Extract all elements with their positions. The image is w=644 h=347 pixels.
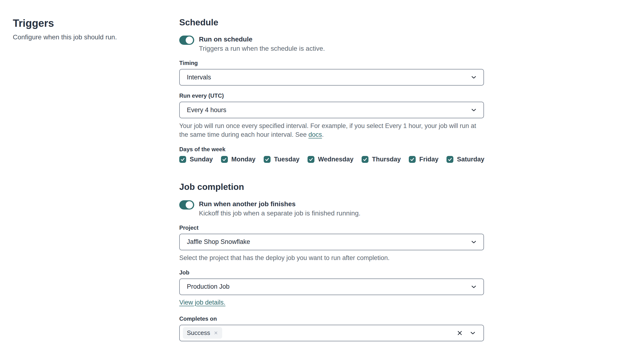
- run-on-schedule-toggle[interactable]: [179, 35, 194, 45]
- day-checkbox-sunday[interactable]: Sunday: [179, 156, 213, 163]
- run-every-help: Your job will run once every specified i…: [179, 122, 484, 139]
- run-when-job-finishes-label: Run when another job finishes: [199, 200, 360, 208]
- toggle-text: Run on schedule Triggers a run when the …: [199, 35, 325, 53]
- project-help: Select the project that has the deploy j…: [179, 254, 484, 262]
- view-job-details-link[interactable]: View job details.: [179, 299, 226, 306]
- run-on-schedule-description: Triggers a run when the schedule is acti…: [199, 44, 325, 53]
- days-of-week-label: Days of the week: [179, 146, 484, 153]
- schedule-heading: Schedule: [179, 17, 484, 28]
- chevron-down-icon: [470, 74, 477, 81]
- run-when-job-finishes-description: Kickoff this job when a separate job is …: [199, 209, 360, 218]
- day-checkbox-friday[interactable]: Friday: [409, 156, 438, 163]
- completes-on-label: Completes on: [179, 315, 484, 322]
- day-checkbox-tuesday[interactable]: Tuesday: [264, 156, 300, 163]
- chevron-down-icon: [470, 283, 477, 290]
- timing-label: Timing: [179, 59, 484, 67]
- job-completion-heading: Job completion: [179, 182, 484, 192]
- help-suffix: .: [322, 131, 324, 138]
- project-value: Jaffle Shop Snowflake: [187, 238, 250, 246]
- checkbox-checked-icon: [409, 156, 416, 163]
- chevron-down-icon: [470, 238, 477, 246]
- run-on-schedule-row: Run on schedule Triggers a run when the …: [179, 35, 484, 53]
- run-every-select[interactable]: Every 4 hours: [179, 102, 484, 118]
- run-on-schedule-label: Run on schedule: [199, 35, 325, 44]
- checkbox-checked-icon: [221, 156, 228, 163]
- day-checkbox-monday[interactable]: Monday: [221, 156, 256, 163]
- project-label: Project: [179, 224, 484, 231]
- day-label: Sunday: [190, 156, 213, 163]
- completes-on-multiselect[interactable]: Success: [179, 325, 484, 341]
- page-description: Configure when this job should run.: [13, 33, 160, 41]
- day-label: Saturday: [457, 156, 484, 163]
- checkbox-checked-icon: [308, 156, 314, 163]
- checkbox-checked-icon: [362, 156, 368, 163]
- day-checkbox-saturday[interactable]: Saturday: [446, 156, 484, 163]
- chevron-down-icon: [470, 106, 477, 113]
- help-text: Your job will run once every specified i…: [179, 122, 476, 138]
- toggle-text: Run when another job finishes Kickoff th…: [199, 200, 360, 218]
- run-when-job-finishes-toggle[interactable]: [179, 200, 194, 210]
- remove-tag-icon[interactable]: [214, 331, 218, 335]
- timing-value: Intervals: [187, 74, 211, 81]
- tag-label: Success: [187, 329, 210, 337]
- run-every-value: Every 4 hours: [187, 106, 226, 114]
- section-intro: Triggers Configure when this job should …: [13, 17, 160, 41]
- form-column: Schedule Run on schedule Triggers a run …: [179, 17, 484, 341]
- day-checkbox-thursday[interactable]: Thursday: [362, 156, 401, 163]
- day-label: Friday: [419, 156, 438, 163]
- day-label: Tuesday: [274, 156, 300, 163]
- completes-on-tag-success: Success: [183, 327, 222, 339]
- chevron-down-icon[interactable]: [469, 330, 476, 337]
- job-label: Job: [179, 269, 484, 276]
- toggle-knob: [186, 36, 193, 44]
- day-checkbox-wednesday[interactable]: Wednesday: [308, 156, 354, 163]
- checkbox-checked-icon: [446, 156, 453, 163]
- docs-link[interactable]: docs: [308, 131, 322, 138]
- checkbox-checked-icon: [179, 156, 186, 163]
- run-when-job-finishes-row: Run when another job finishes Kickoff th…: [179, 200, 484, 218]
- day-label: Wednesday: [318, 156, 354, 163]
- checkbox-checked-icon: [264, 156, 270, 163]
- day-label: Thursday: [372, 156, 401, 163]
- day-label: Monday: [232, 156, 256, 163]
- job-select[interactable]: Production Job: [179, 279, 484, 295]
- run-every-label: Run every (UTC): [179, 92, 484, 99]
- timing-select[interactable]: Intervals: [179, 69, 484, 86]
- toggle-knob: [186, 201, 193, 209]
- job-value: Production Job: [187, 283, 230, 290]
- clear-icon[interactable]: [456, 330, 463, 336]
- page-title: Triggers: [13, 17, 160, 30]
- days-of-week-row: Sunday Monday Tuesday Wednesday Thursday…: [179, 156, 484, 163]
- project-select[interactable]: Jaffle Shop Snowflake: [179, 234, 484, 250]
